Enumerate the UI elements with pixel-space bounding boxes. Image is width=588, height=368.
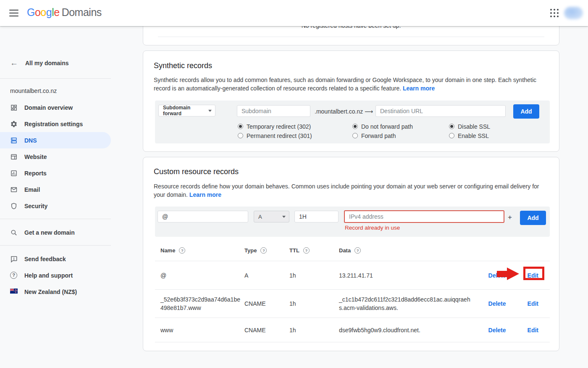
column-header-data: Data? [339, 247, 478, 254]
add-synthetic-record-button[interactable]: Add [513, 104, 539, 119]
path-forwarding-radio-group: Do not forward pathForward path [352, 122, 413, 140]
sidebar-item-security[interactable]: Security [0, 198, 111, 214]
edit-link[interactable]: Edit [528, 327, 538, 334]
record-type-select[interactable]: Subdomain forward [158, 105, 215, 116]
table-header-row: Name? Type? TTL? Data? [155, 237, 550, 261]
radio-button[interactable] [449, 124, 454, 129]
logo-letter: o [40, 6, 46, 18]
browser-icon [10, 153, 18, 161]
subdomain-input[interactable] [237, 105, 310, 117]
ttl-input[interactable] [294, 211, 339, 222]
column-header-ttl: TTL? [289, 247, 339, 254]
avatar[interactable] [564, 7, 583, 19]
apps-grid-icon[interactable] [550, 9, 559, 17]
sidebar-item-label: New Zealand (NZ$) [24, 289, 77, 295]
radio-option[interactable]: Enable SSL [449, 132, 490, 140]
record-data-input[interactable] [344, 210, 504, 223]
sidebar-divider [0, 78, 111, 79]
back-arrow-icon[interactable]: ← [10, 59, 18, 67]
delete-link[interactable]: Delete [488, 272, 506, 279]
help-icon[interactable]: ? [179, 247, 185, 254]
row-actions: DeleteEdit [488, 300, 550, 307]
card-divider [158, 37, 544, 37]
help-icon[interactable]: ? [354, 247, 361, 254]
record-name-input[interactable] [158, 211, 248, 222]
radio-button[interactable] [238, 133, 243, 138]
add-custom-record-button[interactable]: Add [520, 211, 546, 225]
synthetic-records-description: Synthetic records allow you to add commo… [154, 76, 551, 93]
search-icon [10, 229, 18, 236]
custom-records-description: Resource records define how your domain … [154, 183, 551, 199]
description-text: Synthetic records allow you to add commo… [154, 77, 536, 92]
radio-button[interactable] [238, 124, 243, 129]
radio-label: Do not forward path [361, 123, 413, 130]
edit-link[interactable]: Edit [528, 300, 538, 307]
radio-button[interactable] [352, 124, 358, 129]
hamburger-menu-icon[interactable] [9, 10, 18, 16]
radio-button[interactable] [352, 133, 358, 138]
ssl-radio-group: Disable SSLEnable SSL [449, 122, 490, 140]
sidebar-item-website[interactable]: Website [0, 148, 111, 165]
custom-resource-records-card: Custom resource records Resource records… [143, 157, 559, 351]
sidebar-item-reports[interactable]: Reports [0, 165, 111, 181]
custom-records-title: Custom resource records [154, 167, 239, 176]
sidebar-item-label: Help and support [24, 272, 73, 279]
help-icon[interactable]: ? [303, 247, 310, 254]
learn-more-link[interactable]: Learn more [403, 85, 435, 92]
sidebar-divider [0, 219, 111, 219]
feedback-icon [10, 255, 18, 263]
chevron-down-icon [208, 110, 212, 112]
radio-option[interactable]: Temporary redirect (302) [238, 122, 312, 130]
sidebar-item-help-support[interactable]: ? Help and support [0, 267, 111, 283]
chevron-down-icon [282, 216, 286, 218]
redirect-type-radio-group: Temporary redirect (302)Permanent redire… [238, 122, 312, 140]
sidebar-item-currency-region[interactable]: New Zealand (NZ$) [0, 283, 111, 300]
delete-link[interactable]: Delete [488, 327, 506, 334]
sidebar-item-label: DNS [24, 137, 37, 144]
record-type-select[interactable]: A [254, 211, 289, 222]
dns-icon [10, 137, 18, 144]
envelope-icon [10, 186, 18, 193]
sidebar-nav: Domain overview Registration settings DN… [0, 99, 111, 214]
sidebar-item-send-feedback[interactable]: Send feedback [0, 251, 111, 267]
learn-more-link[interactable]: Learn more [189, 191, 221, 198]
sidebar: ← All my domains mountalbert.co.nz Domai… [0, 26, 111, 368]
record-type: CNAME [244, 299, 289, 308]
record-ttl: 1h [289, 326, 339, 334]
app-header: GoogleDomains [0, 0, 588, 26]
synthetic-record-form: Subdomain forward .mountalbert.co.nz ⟶ A… [155, 101, 550, 143]
custom-records-table-body: @A1h13.211.41.71DeleteEdit_52e6b3f373c2d… [155, 261, 550, 342]
sidebar-item-get-new-domain[interactable]: Get a new domain [0, 224, 111, 241]
selected-record-type: Subdomain forward [163, 105, 208, 116]
sidebar-item-email[interactable]: Email [0, 181, 111, 198]
row-actions: DeleteEdit [488, 327, 550, 334]
back-to-all-domains[interactable]: ← All my domains [10, 59, 68, 67]
help-icon[interactable]: ? [260, 247, 267, 254]
main-content: No registered hosts have been set up. Sy… [143, 0, 559, 368]
radio-option[interactable]: Permanent redirect (301) [238, 132, 312, 140]
radio-button[interactable] [449, 133, 454, 138]
table-row: _52e6b3f373c2d9aa74d6a1be498e81b7.wwwCNA… [155, 290, 550, 318]
logo-product-text: Domains [62, 6, 102, 18]
record-ttl: 1h [289, 271, 339, 280]
sidebar-item-dns[interactable]: DNS [0, 132, 111, 148]
radio-option[interactable]: Do not forward path [352, 122, 413, 130]
bar-chart-icon [10, 169, 18, 177]
shield-icon [10, 202, 18, 210]
sidebar-item-label: Reports [24, 170, 47, 177]
sidebar-item-registration-settings[interactable]: Registration settings [0, 116, 111, 132]
radio-option[interactable]: Forward path [352, 132, 413, 140]
sidebar-item-label: Send feedback [24, 256, 66, 262]
nz-flag-icon [10, 288, 18, 296]
sidebar-item-domain-overview[interactable]: Domain overview [0, 99, 111, 116]
delete-link[interactable]: Delete [488, 300, 506, 307]
record-ttl: 1h [289, 299, 339, 308]
radio-option[interactable]: Disable SSL [449, 122, 490, 130]
destination-url-input[interactable] [375, 105, 506, 117]
google-domains-logo[interactable]: GoogleDomains [27, 6, 102, 19]
edit-link[interactable]: Edit [528, 272, 538, 279]
sidebar-item-label: Website [24, 154, 47, 160]
add-row-plus-icon[interactable]: + [508, 213, 512, 222]
record-name: _52e6b3f373c2d9aa74d6a1be498e81b7.www [160, 295, 244, 312]
custom-record-form: A + Add Record already in use [155, 207, 550, 237]
